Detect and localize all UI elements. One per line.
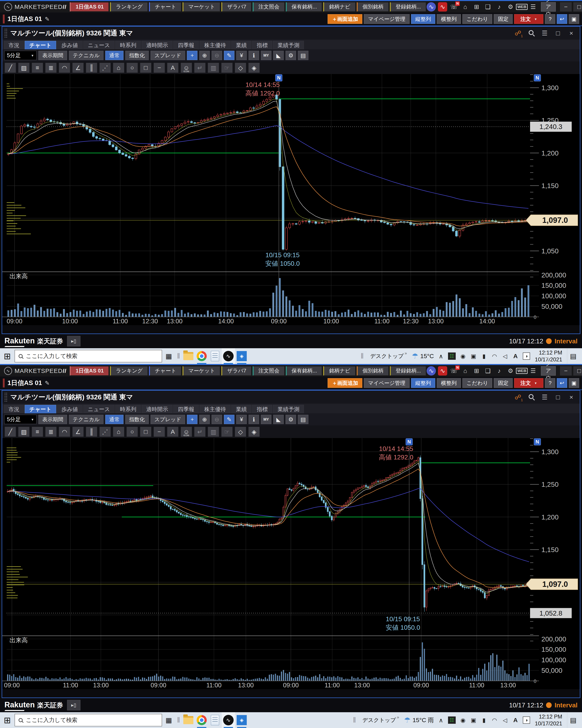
bell-icon[interactable]: ♪ [495,366,504,375]
eraser-all-tool-icon[interactable]: ◈ [248,427,260,437]
ime-a-tray-icon[interactable]: A [512,717,519,724]
chrome-icon[interactable] [195,712,209,728]
undo-tool-icon[interactable]: ↵ [194,63,205,73]
eraser-all-tool-icon[interactable]: ◈ [248,63,260,73]
file-explorer-icon[interactable] [182,712,195,728]
notification-center-button[interactable]: ▤ [567,712,579,728]
my-indicator-icon[interactable]: MY [261,415,271,424]
window-mode-button[interactable]: ▣ [569,378,579,388]
kodawari-button[interactable]: こだわり [462,378,492,388]
tab-timely-disclosure[interactable]: 適時開示 [141,41,173,49]
edit-pencil-icon[interactable]: ✎ [45,16,50,22]
menu-registered-stocks[interactable]: 登録銘柄... [390,2,426,11]
mypage-manage-button[interactable]: マイページ管理 [364,14,409,24]
notepad-icon[interactable] [209,712,222,728]
mypage-manage-button[interactable]: マイページ管理 [364,378,409,388]
menu-stock-navi[interactable]: 銘柄ナビ [323,366,355,375]
menu-ranking[interactable]: ランキング [110,2,148,11]
web-icon[interactable]: WEB [517,366,526,375]
my-indicator-icon[interactable]: MY [261,51,271,60]
area-chart-icon[interactable]: ◣ [273,51,284,60]
draw-pencil-icon[interactable]: ✎ [224,51,234,60]
popout-button[interactable]: ↩ [557,378,567,388]
tab-time-series[interactable]: 時系列 [115,405,141,413]
multi-lines-tool-icon[interactable]: ≣ [45,63,57,73]
link-pin-icon[interactable]: ☍1 [514,29,522,37]
wifi-tray-icon[interactable]: ◠ [491,353,498,360]
wifi-tray-icon[interactable]: ◠ [491,717,498,724]
vertical-lines-tool-icon[interactable]: ║ [86,427,97,437]
icon-stamp-tool-icon[interactable]: ☺ICON [181,427,192,437]
vertical-lines-tool-icon[interactable]: ║ [86,63,97,73]
parallel-lines-tool-icon[interactable]: ▨ [18,63,29,73]
display-period-button[interactable]: 表示期間 [38,51,67,60]
menu-chart[interactable]: チャート [149,2,181,11]
multitool-title-bar[interactable]: マルチツール(個別銘柄) 9326 関通 東マ ☍1☰□× [2,391,580,404]
ellipse-tool-icon[interactable]: ○ [127,63,138,73]
taskbar-search-input[interactable]: ここに入力して検索 [15,714,162,726]
hand-tool-icon[interactable]: ☞ [221,427,232,437]
display-period-button[interactable]: 表示期間 [38,415,67,424]
ellipse-tool-icon[interactable]: ○ [127,427,138,437]
fixed-button[interactable]: 固定 [494,14,513,24]
segment-tool-icon[interactable]: − [154,427,165,437]
pentagon-tool-icon[interactable]: ⌂ [113,63,124,73]
hand-tool-icon[interactable]: ☞ [221,63,232,73]
technical-button[interactable]: テクニカル [69,415,104,424]
indexed-button[interactable]: 指数化 [125,51,149,60]
segment-tool-icon[interactable]: − [154,63,165,73]
menu-1nichi-shin-as-01[interactable]: 1日信AS 01 [70,366,109,375]
multitool-title-bar[interactable]: マルチツール(個別銘柄) 9326 関通 東マ ☍1☰□× [2,27,580,40]
ray-lines-tool-icon[interactable]: ⋰ [100,427,111,437]
menu-holdings[interactable]: 保有銘柄... [286,2,322,11]
trendline-tool-icon[interactable]: ╱ [5,63,16,73]
fibonacci-arc-tool-icon[interactable]: ◠ [59,63,70,73]
drag-grip-icon[interactable] [5,393,7,401]
crosshair-icon[interactable]: + [187,51,197,60]
minimize-button[interactable]: − [560,2,572,11]
menu-holdings[interactable]: 保有銘柄... [286,366,322,375]
logout-button[interactable]: ログアウト [541,366,556,375]
search-icon[interactable] [527,393,535,401]
tab-time-series[interactable]: 時系列 [115,41,141,49]
photos-icon[interactable]: ◈ [235,712,248,728]
window-close-icon[interactable]: × [567,29,575,37]
taskbar-search-input[interactable]: ここに入力して検索 [15,350,162,362]
tab-shikiho[interactable]: 四季報 [173,41,199,49]
undo-tool-icon[interactable]: ↵ [194,427,205,437]
app-chart-red-icon[interactable]: ∿ [438,2,447,11]
draw-pencil-icon[interactable]: ✎ [224,415,234,424]
show-hidden-icons-button[interactable]: ∧ [439,717,443,724]
restore-button[interactable]: □ [573,2,582,11]
chrome-icon[interactable] [195,348,209,364]
object-list-tool-icon[interactable]: ▥ [208,427,219,437]
window-menu-icon[interactable]: ☰ [541,393,549,401]
moon-tray-icon[interactable]: ◑ [523,717,530,724]
tab-shareholder-benefits[interactable]: 株主優待 [199,405,230,413]
add-window-icon[interactable]: ⊞ [472,366,481,375]
spread-button[interactable]: スプレッド [150,415,185,424]
settings-gear-icon[interactable]: ⚙ [506,366,515,375]
menu-stock-navi[interactable]: 銘柄ナビ [323,2,355,11]
marketspeed-taskbar-icon[interactable]: ∿ [222,348,235,364]
ray-lines-tool-icon[interactable]: ⋰ [100,63,111,73]
normal-button[interactable]: 通常 [105,415,123,424]
tab-chart[interactable]: チャート [25,41,56,49]
crosshair-icon[interactable]: + [187,415,197,424]
task-view-button[interactable]: ▦ [162,348,175,364]
screen-share-tray-icon[interactable]: ▣ [470,717,477,724]
icon-stamp-tool-icon[interactable]: ☺ICON [181,63,192,73]
logout-button[interactable]: ログアウト [541,2,556,11]
menu-registered-stocks[interactable]: 登録銘柄... [390,366,426,375]
bell-icon[interactable]: ♪ [495,2,504,11]
battery-tray-icon[interactable]: ▮ [481,717,487,724]
tab-indicators[interactable]: 指標 [252,405,272,413]
hamburger-menu-icon[interactable]: ☰ [528,2,538,11]
tab-timely-disclosure[interactable]: 適時開示 [141,405,173,413]
interval-dropdown[interactable]: 5分足 ▼ [4,415,36,424]
fixed-button[interactable]: 固定 [494,378,513,388]
weather-widget[interactable]: ☂ 15°C [412,352,434,360]
info-icon[interactable]: ℹ [249,51,259,60]
window-restore-icon[interactable]: □ [554,29,562,37]
price-volume-chart[interactable]: 1,3001,2501,2001,1501,1001,050200,000150… [2,74,580,325]
